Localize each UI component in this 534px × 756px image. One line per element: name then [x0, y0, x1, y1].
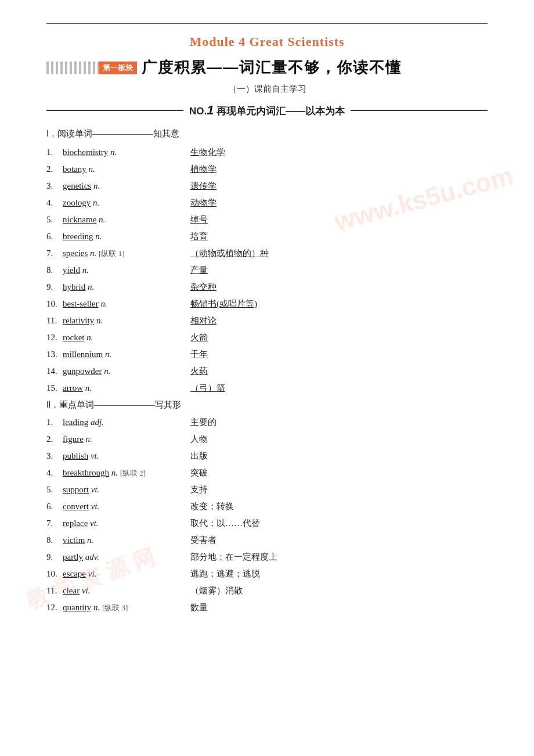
word-cn: 绰号	[190, 213, 208, 226]
word-en: victim n.	[63, 533, 190, 547]
word-en: hybrid n.	[63, 280, 190, 294]
no1-bar: NO.1 再现单元内词汇——以本为本	[46, 103, 488, 118]
word-en: quantity n. [纵联 3]	[63, 600, 190, 614]
word-cn: 取代；以……代替	[190, 516, 260, 530]
word-en: gunpowder n.	[63, 364, 190, 378]
word-cn: 出版	[190, 449, 208, 463]
no1-left-line	[46, 110, 183, 111]
no1-prefix: NO.	[189, 106, 207, 117]
word-num: 4.	[46, 466, 63, 480]
section2-item-1: 1.leading adj.主要的	[46, 415, 488, 429]
section1-item-15: 15.arrow n.（弓）箭	[46, 381, 488, 395]
word-cn: 培育	[190, 229, 208, 243]
word-num: 7.	[46, 246, 63, 260]
word-num: 12.	[46, 600, 63, 614]
section2-word-list: 1.leading adj.主要的2.figure n.人物3.publish …	[46, 415, 488, 614]
section1-item-11: 11.relativity n.相对论	[46, 314, 488, 327]
word-en: best-seller n.	[63, 297, 190, 311]
word-en: genetics n.	[63, 179, 190, 193]
section2-item-10: 10.escape vi.逃跑；逃避；逃脱	[46, 567, 488, 581]
section2-item-8: 8.victim n.受害者	[46, 533, 488, 547]
word-cn: 火药	[190, 364, 208, 378]
section1-item-6: 6.breeding n.培育	[46, 229, 488, 243]
word-en: clear vi.	[63, 584, 190, 597]
word-num: 5.	[46, 213, 63, 226]
word-num: 8.	[46, 263, 63, 277]
word-cn: 改变；转换	[190, 499, 234, 513]
word-cn: （动物或植物的）种	[190, 246, 269, 260]
word-cn: 畅销书(或唱片等)	[190, 297, 257, 311]
section2-item-3: 3.publish vt.出版	[46, 449, 488, 463]
word-cn: 生物化学	[190, 145, 225, 159]
word-cn: 受害者	[190, 533, 217, 547]
word-cn: （弓）箭	[190, 381, 225, 395]
banner-title: 广度积累——词汇量不够，你读不懂	[142, 57, 402, 78]
banner: 第一板块 广度积累——词汇量不够，你读不懂	[46, 57, 488, 78]
module-title: Module 4 Great Scientists	[46, 34, 488, 49]
section2-label: Ⅱ．重点单词———————写其形	[46, 399, 488, 411]
section2-item-11: 11.clear vi.（烟雾）消散	[46, 584, 488, 597]
word-cn: 人物	[190, 432, 208, 446]
section2-item-5: 5.support vt.支持	[46, 483, 488, 496]
section2-item-12: 12.quantity n. [纵联 3]数量	[46, 600, 488, 614]
word-num: 9.	[46, 280, 63, 294]
no1-suffix: 再现单元内词汇——以本为本	[214, 106, 345, 117]
word-num: 15.	[46, 381, 63, 395]
section2-item-9: 9.partly adv.部分地；在一定程度上	[46, 550, 488, 564]
word-en: zoology n.	[63, 196, 190, 210]
word-cn: 支持	[190, 483, 208, 496]
word-num: 1.	[46, 145, 63, 159]
section1-item-12: 12.rocket n.火箭	[46, 330, 488, 344]
word-cn: 动物学	[190, 196, 217, 210]
word-en: convert vt.	[63, 499, 190, 513]
section2-item-6: 6.convert vt.改变；转换	[46, 499, 488, 513]
section1-item-3: 3.genetics n.遗传学	[46, 179, 488, 193]
word-cn: 遗传学	[190, 179, 217, 193]
no1-num: 1	[207, 103, 214, 117]
section1-item-8: 8.yield n.产量	[46, 263, 488, 277]
word-en: rocket n.	[63, 330, 190, 344]
section2-item-4: 4.breakthrough n. [纵联 2]突破	[46, 466, 488, 480]
word-en: replace vt.	[63, 516, 190, 530]
word-num: 12.	[46, 330, 63, 344]
section2-item-2: 2.figure n.人物	[46, 432, 488, 446]
word-cn: 部分地；在一定程度上	[190, 550, 277, 564]
section1-item-4: 4.zoology n.动物学	[46, 196, 488, 210]
section1-item-1: 1.biochemistry n.生物化学	[46, 145, 488, 159]
word-num: 4.	[46, 196, 63, 210]
word-cn: 千年	[190, 347, 208, 361]
word-en: nickname n.	[63, 213, 190, 226]
section1-item-10: 10.best-seller n.畅销书(或唱片等)	[46, 297, 488, 311]
section2-item-7: 7.replace vt.取代；以……代替	[46, 516, 488, 530]
section1-label: Ⅰ．阅读单词———————知其意	[46, 128, 488, 139]
word-en: partly adv.	[63, 550, 190, 564]
section1-item-13: 13.millennium n.千年	[46, 347, 488, 361]
word-cn: 主要的	[190, 415, 217, 429]
word-num: 13.	[46, 347, 63, 361]
top-divider	[46, 23, 488, 24]
word-en: publish vt.	[63, 449, 190, 463]
word-cn: 数量	[190, 600, 208, 614]
word-cn: 逃跑；逃避；逃脱	[190, 567, 260, 581]
word-num: 11.	[46, 584, 63, 597]
word-en: figure n.	[63, 432, 190, 446]
section1-item-14: 14.gunpowder n.火药	[46, 364, 488, 378]
word-cn: 火箭	[190, 330, 208, 344]
word-cn: 植物学	[190, 162, 217, 176]
word-num: 6.	[46, 229, 63, 243]
word-num: 3.	[46, 179, 63, 193]
section1-item-9: 9.hybrid n.杂交种	[46, 280, 488, 294]
word-num: 1.	[46, 415, 63, 429]
word-cn: 突破	[190, 466, 208, 480]
word-num: 8.	[46, 533, 63, 547]
word-cn: 产量	[190, 263, 208, 277]
word-cn: 杂交种	[190, 280, 217, 294]
word-num: 10.	[46, 567, 63, 581]
word-en: breeding n.	[63, 229, 190, 243]
word-en: escape vi.	[63, 567, 190, 581]
no1-right-line	[351, 110, 488, 111]
word-num: 3.	[46, 449, 63, 463]
banner-tag: 第一板块	[99, 62, 137, 74]
word-cn: （烟雾）消散	[190, 584, 243, 597]
word-en: millennium n.	[63, 347, 190, 361]
